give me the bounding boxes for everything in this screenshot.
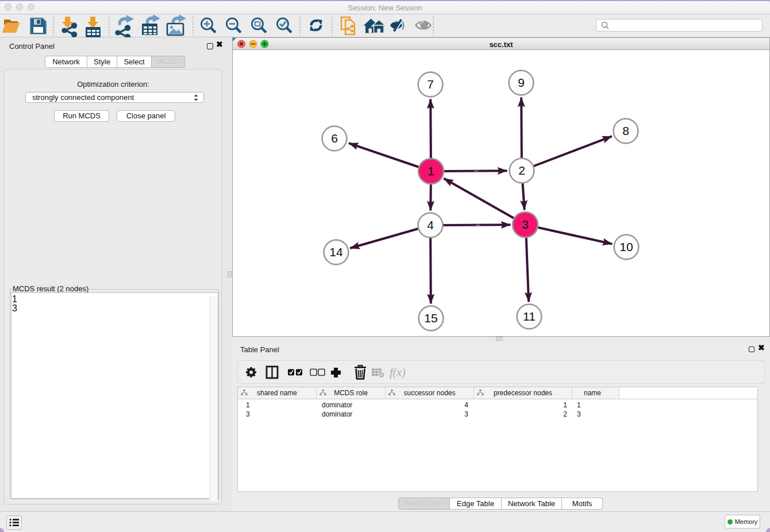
svg-text:9: 9 [518,76,525,89]
svg-text:7: 7 [427,78,434,91]
svg-text:1: 1 [428,164,434,178]
svg-text:4: 4 [427,218,434,232]
svg-text:6: 6 [331,132,338,145]
svg-text:f(x): f(x) [390,366,406,379]
svg-text:8: 8 [622,124,629,137]
svg-text:14: 14 [329,245,343,259]
svg-text:2: 2 [518,164,525,177]
svg-text:3: 3 [522,218,529,231]
svg-text:10: 10 [619,240,633,253]
svg-text:15: 15 [424,311,437,325]
svg-text:11: 11 [523,310,536,323]
